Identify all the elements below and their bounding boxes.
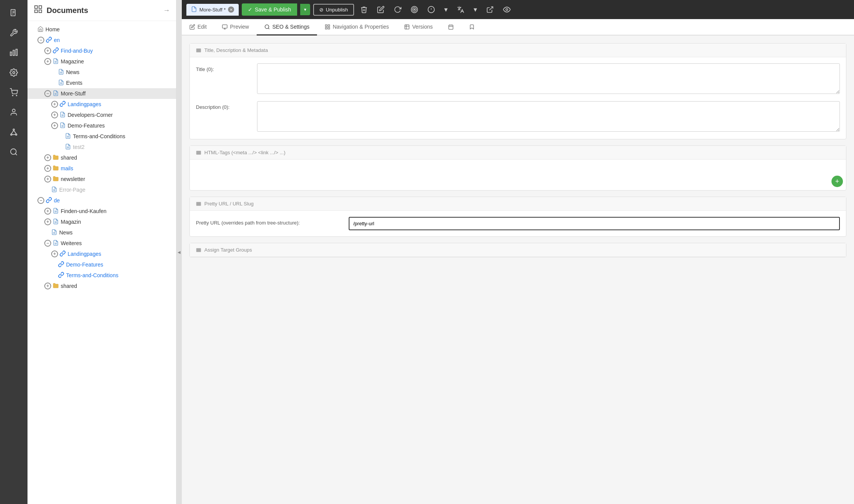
delete-button[interactable] xyxy=(357,3,371,16)
tree-item-label: News xyxy=(66,69,79,75)
tree-header-title: Documents xyxy=(47,6,159,15)
sidebar-icon-network[interactable] xyxy=(5,124,22,141)
pretty-url-input[interactable] xyxy=(349,217,840,230)
tree-item-12[interactable]: test2 xyxy=(27,142,176,152)
section-pretty-url-body: Pretty URL (overrides path from tree-str… xyxy=(190,211,846,236)
tree-item-11[interactable]: Terms-and-Conditions xyxy=(27,131,176,142)
tree-toggle-plus[interactable]: + xyxy=(44,218,51,225)
sidebar-icon-document[interactable] xyxy=(5,5,22,21)
translate-dropdown[interactable]: ▾ xyxy=(471,3,480,16)
doc-icon xyxy=(53,240,59,247)
tree-item-10[interactable]: +Demo-Features xyxy=(27,120,176,131)
tree-item-23[interactable]: Demo-Features xyxy=(27,259,176,270)
translate-button[interactable] xyxy=(454,3,467,16)
tree-item-label: Magazin xyxy=(61,219,81,225)
doc-tab-close[interactable]: ✕ xyxy=(228,6,234,13)
sidebar-icon-person[interactable] xyxy=(5,104,22,121)
tree-item-22[interactable]: +Landingpages xyxy=(27,249,176,259)
tree-item-8[interactable]: +Landingpages xyxy=(27,99,176,110)
tree-toggle-plus[interactable]: + xyxy=(51,111,58,118)
html-tags-body: + xyxy=(190,160,846,190)
document-tab[interactable]: More-Stuff * ✕ xyxy=(186,4,239,16)
tree-item-9[interactable]: +Developers-Corner xyxy=(27,110,176,120)
link-icon xyxy=(60,101,66,108)
tab-calendar[interactable] xyxy=(440,19,461,36)
tree-item-18[interactable]: +Finden-und-Kaufen xyxy=(27,206,176,216)
unpublish-circle-icon: ⊘ xyxy=(319,7,323,13)
open-external-button[interactable] xyxy=(483,3,497,16)
tab-edit[interactable]: Edit xyxy=(182,19,214,36)
svg-point-7 xyxy=(13,71,15,74)
tree-item-2[interactable]: −en xyxy=(27,35,176,45)
tab-navigation[interactable]: Navigation & Properties xyxy=(317,19,396,36)
tree-toggle-plus[interactable]: + xyxy=(44,283,51,289)
info-button[interactable] xyxy=(424,3,438,16)
link-icon xyxy=(58,272,64,279)
tree-item-5[interactable]: News xyxy=(27,67,176,78)
edit-icon-button[interactable] xyxy=(374,3,388,16)
home-icon xyxy=(37,26,44,33)
tab-preview[interactable]: Preview xyxy=(214,19,257,36)
title-input[interactable] xyxy=(257,63,840,94)
more-options-dropdown[interactable]: ▾ xyxy=(441,3,451,16)
tree-item-20[interactable]: News xyxy=(27,227,176,238)
tree-item-25[interactable]: +shared xyxy=(27,281,176,291)
svg-rect-19 xyxy=(39,6,42,8)
tree-toggle-minus[interactable]: − xyxy=(37,197,44,204)
tree-toggle-plus[interactable]: + xyxy=(44,47,51,54)
tree-item-14[interactable]: +mails xyxy=(27,163,176,174)
collapse-arrow-icon: ◀ xyxy=(178,250,181,254)
svg-rect-73 xyxy=(196,202,201,205)
tree-toggle-minus[interactable]: − xyxy=(37,37,44,44)
tree-toggle-plus[interactable]: + xyxy=(44,176,51,183)
tree-item-19[interactable]: +Magazin xyxy=(27,216,176,227)
tree-item-24[interactable]: Terms-and-Conditions xyxy=(27,270,176,281)
sidebar-icon-settings[interactable] xyxy=(5,64,22,81)
refresh-button[interactable] xyxy=(391,3,404,16)
tree-toggle-minus[interactable]: − xyxy=(44,90,51,97)
tree-item-1[interactable]: Home xyxy=(27,24,176,35)
tree-navigate-arrow[interactable]: → xyxy=(163,6,170,15)
tree-toggle-plus[interactable]: + xyxy=(44,58,51,65)
unpublish-button[interactable]: ⊘ Unpublish xyxy=(313,4,354,16)
pretty-url-input-area xyxy=(349,217,840,230)
tree-item-label: mails xyxy=(61,165,73,171)
tree-item-6[interactable]: Events xyxy=(27,78,176,88)
svg-point-49 xyxy=(412,8,416,11)
tree-item-label: Demo-Features xyxy=(66,262,103,268)
save-publish-button[interactable]: ✓ Save & Publish xyxy=(242,3,297,16)
panel-collapse-handle[interactable]: ◀ xyxy=(176,0,182,504)
tree-item-7[interactable]: −More-Stuff xyxy=(27,88,176,99)
tree-toggle-plus[interactable]: + xyxy=(44,208,51,215)
tab-seo[interactable]: SEO & Settings xyxy=(257,19,317,36)
sidebar-icon-cart[interactable] xyxy=(5,84,22,101)
section-pretty-url: Pretty URL / URL Slug Pretty URL (overri… xyxy=(189,197,846,237)
tree-toggle-minus[interactable]: − xyxy=(44,240,51,247)
tree-toggle-plus[interactable]: + xyxy=(51,250,58,257)
tree-toggle-plus[interactable]: + xyxy=(44,154,51,161)
link-icon xyxy=(60,250,66,258)
tab-bookmark[interactable] xyxy=(461,19,482,36)
tree-toggle-plus[interactable]: + xyxy=(44,165,51,172)
preview-eye-button[interactable] xyxy=(500,3,514,16)
svg-rect-60 xyxy=(325,24,327,26)
tree-item-4[interactable]: +Magazine xyxy=(27,56,176,67)
tree-item-15[interactable]: +newsletter xyxy=(27,174,176,184)
pretty-url-label: Pretty URL (overrides path from tree-str… xyxy=(196,217,341,226)
tree-item-3[interactable]: +Find-and-Buy xyxy=(27,45,176,56)
description-input[interactable] xyxy=(257,101,840,132)
save-publish-dropdown[interactable]: ▾ xyxy=(300,4,310,15)
tree-item-13[interactable]: +shared xyxy=(27,152,176,163)
tree-item-16[interactable]: Error-Page xyxy=(27,184,176,195)
tree-toggle-plus[interactable]: + xyxy=(51,101,58,108)
folder-icon xyxy=(53,154,59,162)
sidebar-icon-chart[interactable] xyxy=(5,44,22,61)
tab-versions[interactable]: Versions xyxy=(396,19,440,36)
target-button[interactable] xyxy=(408,3,421,16)
sidebar-icon-search[interactable] xyxy=(5,144,22,160)
tree-item-21[interactable]: −Weiteres xyxy=(27,238,176,249)
tree-toggle-plus[interactable]: + xyxy=(51,122,58,129)
tree-item-17[interactable]: −de xyxy=(27,195,176,206)
sidebar-icon-wrench[interactable] xyxy=(5,24,22,41)
add-html-tag-button[interactable]: + xyxy=(831,176,843,187)
